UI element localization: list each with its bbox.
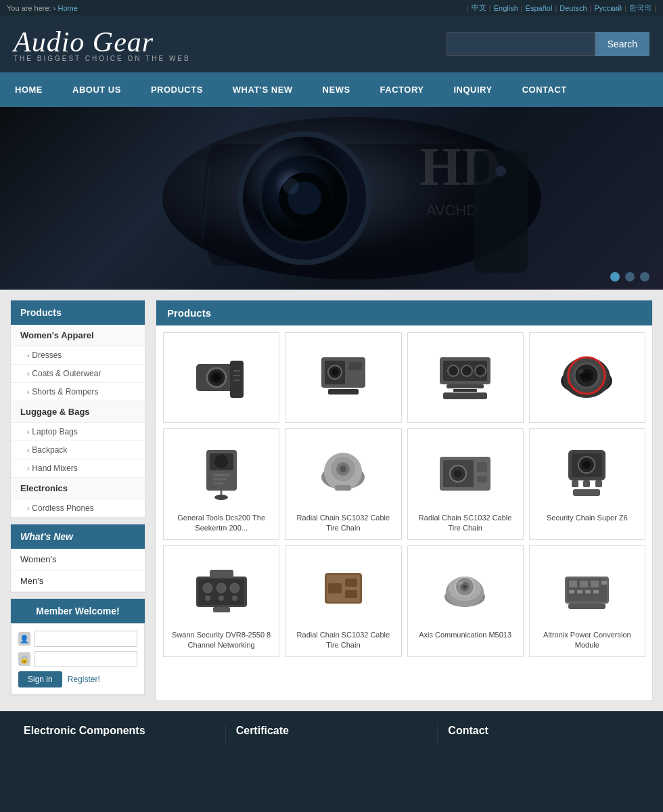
sidebar-category-luggage[interactable]: Luggage & Bags [11,401,145,423]
lang-en[interactable]: English [494,4,518,12]
sidebar-category-womens-apparel[interactable]: Women's Apparel [11,325,145,346]
svg-point-76 [219,595,224,601]
product-name-9: Swann Security DVR8-2550 8 Channel Netwo… [169,630,273,651]
svg-rect-67 [583,480,590,487]
sidebar-whats-new-title: What's New [11,524,145,549]
svg-rect-31 [447,384,484,388]
nav-contact[interactable]: CONTACT [507,72,582,107]
sidebar-item-laptop-bags[interactable]: › Laptop Bags [11,423,145,441]
lang-de[interactable]: Deutsch [559,4,587,12]
arrow-icon: › [27,428,29,436]
nav-factory[interactable]: FACTORY [365,72,439,107]
nav-about[interactable]: ABOUT US [58,72,136,107]
sidebar-item-coats[interactable]: › Coats & Outerwear [11,365,145,383]
home-link[interactable]: Home [58,4,77,12]
password-input[interactable] [35,651,137,667]
sidebar-category-electronics[interactable]: Electronics [11,478,145,499]
svg-rect-101 [593,590,599,593]
sidebar-item-hand-mixers[interactable]: › Hand Mixers [11,459,145,478]
product-card-4[interactable] [529,332,645,423]
product-card-5[interactable]: General Tools Dcs200 The Seekertm 200... [163,428,279,540]
lang-ko[interactable]: 한국의 [629,3,651,13]
svg-point-23 [332,369,338,376]
product-image-6 [291,434,395,509]
product-image-11 [413,551,518,626]
sidebar-item-womens[interactable]: Women's [11,549,145,570]
svg-point-75 [205,595,210,601]
member-form: 👤 🔒 Sign in Register! [11,623,145,695]
nav-products[interactable]: PRODUCTS [136,72,218,107]
register-link[interactable]: Register! [68,675,100,684]
username-input[interactable] [35,631,137,647]
product-name-12: Altronix Power Conversion Module [535,630,639,651]
product-card-1[interactable] [163,332,279,423]
svg-rect-95 [580,581,588,587]
product-card-3[interactable] [407,332,524,423]
sidebar-item-mens[interactable]: Men's [11,570,145,592]
product-card-9[interactable]: Swann Security DVR8-2550 8 Channel Netwo… [163,545,279,657]
sidebar-item-shorts[interactable]: › Shorts & Rompers [11,383,145,401]
language-bar: | 中文 | English | Español | Deutsch | Рус… [467,3,656,13]
lang-es[interactable]: Español [526,4,553,12]
nav-whats-new[interactable]: WHAT'S NEW [218,72,308,107]
svg-rect-94 [569,581,577,587]
nav-inquiry[interactable]: INQUIRY [438,72,507,107]
svg-point-11 [495,166,506,177]
product-image-7 [413,434,518,509]
product-card-12[interactable]: Altronix Power Conversion Module [529,545,645,657]
main-nav: HOME ABOUT US PRODUCTS WHAT'S NEW NEWS F… [0,72,663,107]
svg-point-73 [216,583,226,593]
svg-rect-79 [213,607,230,612]
svg-rect-100 [585,590,591,593]
product-card-2[interactable] [285,332,401,423]
dot-3[interactable] [640,272,649,281]
sidebar-item-backpack[interactable]: › Backpack [11,441,145,459]
product-card-11[interactable]: Axis Communication M5013 [407,545,524,657]
svg-point-74 [230,583,239,593]
product-image-12 [535,551,639,626]
svg-rect-66 [572,480,578,487]
products-panel-title: Products [156,300,652,325]
svg-rect-61 [477,476,487,482]
nav-news[interactable]: NEWS [308,72,365,107]
arrow-icon: › [27,465,29,472]
product-image-4 [535,338,639,413]
arrow-icon: › [27,447,29,454]
svg-point-15 [214,375,219,380]
svg-rect-24 [348,362,362,370]
footer-col-electronic: Electronic Components [14,725,226,744]
nav-home[interactable]: HOME [0,72,58,107]
svg-point-29 [461,365,472,376]
svg-rect-45 [213,474,230,476]
sidebar: Products Women's Apparel › Dresses › Coa… [10,300,145,701]
svg-rect-99 [577,590,582,593]
user-icon: 👤 [18,632,30,646]
product-card-6[interactable]: Radial Chain SC1032 Cable Tire Chain [285,428,401,540]
svg-point-49 [214,495,228,500]
dot-1[interactable] [610,272,620,281]
arrow-icon: › [27,388,29,396]
product-card-8[interactable]: Security Chain Super Z6 [529,428,645,540]
lock-icon: 🔒 [18,652,30,666]
sidebar-item-cordless-phones[interactable]: › Cordless Phones [11,499,145,518]
arrow-icon: › [27,352,29,359]
top-bar: You are here: › Home | 中文 | English | Es… [0,0,663,16]
product-image-3 [413,338,518,413]
search-input[interactable] [447,32,595,56]
svg-point-30 [475,365,486,376]
signin-button[interactable]: Sign in [18,671,62,687]
lang-ru[interactable]: Русский [594,4,622,12]
svg-point-44 [214,455,228,468]
product-card-10[interactable]: Radial Chain SC1032 Cable Tire Chain [285,545,401,657]
search-button[interactable]: Search [595,32,649,56]
logo-subtitle: THE BIGGEST CHOICE ON THE WEB [14,55,191,62]
lang-zh[interactable]: 中文 [472,3,486,13]
logo-title: Audio Gear [14,26,191,58]
svg-point-6 [283,178,299,194]
svg-rect-78 [210,570,233,578]
svg-rect-46 [213,478,227,480]
dot-2[interactable] [625,272,635,281]
sidebar-item-dresses[interactable]: › Dresses [11,346,145,365]
product-card-7[interactable]: Radial Chain SC1032 Cable Tire Chain [407,428,524,540]
svg-point-39 [583,372,590,379]
